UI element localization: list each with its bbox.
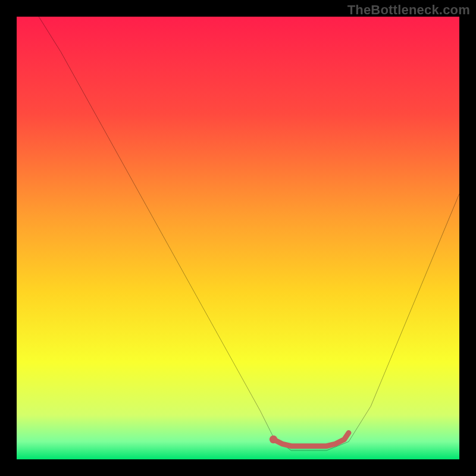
optimal-start-dot xyxy=(270,436,277,443)
watermark-text: TheBottleneck.com xyxy=(347,2,470,18)
plot-area xyxy=(17,17,459,459)
chart-frame: TheBottleneck.com xyxy=(0,0,476,476)
gradient-background xyxy=(17,17,459,459)
plot-svg xyxy=(17,17,459,459)
